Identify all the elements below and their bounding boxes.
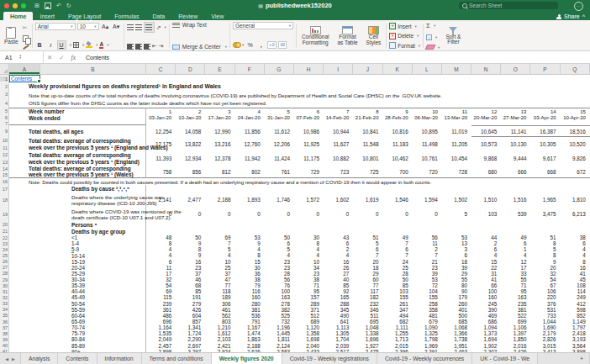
cell-value[interactable]: 6 — [294, 108, 324, 114]
cell-value[interactable]: 358 — [413, 307, 442, 313]
cell-value[interactable]: 1,965 — [530, 193, 560, 207]
cell-value[interactable]: 46 — [176, 277, 205, 282]
cell-value[interactable]: 44 — [471, 235, 501, 240]
cell-value[interactable]: 1,951 — [442, 343, 471, 349]
cell-value[interactable]: 116 — [235, 288, 265, 294]
cell-value[interactable]: 10,520 — [561, 137, 590, 151]
cell-value[interactable]: 95 — [501, 288, 530, 294]
row-header-33[interactable]: 33 — [0, 301, 8, 306]
cell-label[interactable]: 25-29 — [9, 271, 146, 277]
cell-value[interactable]: 6 — [146, 259, 176, 265]
cell-value[interactable]: 2,015 — [383, 343, 413, 349]
cell-value[interactable]: 10 — [294, 259, 324, 265]
cell-value[interactable]: 21 — [413, 259, 442, 265]
row-header-24[interactable]: 24 — [0, 247, 8, 252]
cell-value[interactable]: 47 — [205, 277, 234, 282]
cell-value[interactable]: 2,188 — [205, 193, 234, 207]
cell-value[interactable]: 9 — [235, 240, 265, 246]
cell-value[interactable]: 79 — [235, 282, 265, 288]
cell-value[interactable]: 27-Mar-20 — [501, 114, 530, 121]
insert-cells-button[interactable]: + Insert▾ — [389, 22, 420, 30]
row-header-37[interactable]: 37 — [0, 325, 8, 330]
cell-value[interactable]: 1,445 — [265, 330, 294, 336]
cell-value[interactable]: 461 — [205, 307, 234, 313]
row-header-15[interactable]: 15 — [0, 172, 8, 177]
cell-value[interactable]: 45 — [561, 277, 590, 282]
add-sheet-button[interactable]: + — [574, 353, 590, 364]
cell-label[interactable]: 50-54 — [9, 301, 146, 307]
cell-value[interactable]: 539 — [501, 207, 530, 221]
cell-value[interactable]: 7 — [383, 252, 413, 258]
cell-value[interactable]: 8 — [294, 240, 324, 246]
comma-style-button[interactable]: , — [256, 40, 266, 50]
font-color-icon[interactable]: A — [99, 42, 103, 49]
cell-value[interactable]: 2,016 — [501, 343, 530, 349]
cell-value[interactable]: 641 — [324, 319, 353, 324]
ribbon-tab-view[interactable]: View — [204, 12, 230, 20]
sheet-tab-uk-covid-19-we[interactable]: UK - Covid-19 - We — [472, 353, 538, 364]
cell-value[interactable]: 685 — [442, 319, 471, 324]
cell-value[interactable]: 8 — [530, 240, 560, 246]
cell-value[interactable]: 1,210 — [205, 324, 234, 330]
cell-value[interactable]: 0 — [176, 207, 205, 221]
cell-value[interactable]: 69 — [205, 235, 234, 240]
cell-value[interactable]: 10,841 — [353, 125, 382, 137]
share-button[interactable]: Share — [564, 13, 580, 19]
save-icon[interactable] — [45, 3, 51, 9]
cell-value[interactable]: 10,895 — [413, 125, 442, 137]
align-bottom-button[interactable] — [144, 22, 155, 33]
minimize-window-button[interactable] — [13, 3, 18, 8]
cell-value[interactable]: 791 — [235, 319, 265, 324]
cell-value[interactable]: 18 — [353, 265, 382, 271]
cell-value[interactable]: 51 — [353, 235, 382, 240]
cell-value[interactable]: 1,325 — [413, 330, 442, 336]
cell-value[interactable]: 6 — [501, 240, 530, 246]
cell-value[interactable]: 1,164 — [146, 324, 176, 330]
cell-value[interactable]: 725 — [353, 166, 382, 178]
sort-filter-button[interactable]: Sort &Filter — [443, 27, 463, 45]
cell-value[interactable]: 24 — [383, 259, 413, 265]
cell-label[interactable]: Weekly provisional figures on deaths reg… — [9, 82, 146, 90]
cell-value[interactable]: 22 — [471, 265, 501, 271]
cell-value[interactable]: 155 — [383, 294, 413, 300]
cell-value[interactable]: 9,868 — [471, 151, 501, 166]
cell-value[interactable]: 1,167 — [235, 324, 265, 330]
cell-value[interactable]: 1,366 — [442, 330, 471, 336]
cell-value[interactable]: 40 — [324, 277, 353, 282]
cell-value[interactable]: 1,594 — [413, 193, 442, 207]
row-header-1[interactable]: 1 — [0, 76, 8, 82]
cell-value[interactable]: 0 — [265, 207, 294, 221]
cell-value[interactable]: 261 — [383, 301, 413, 307]
select-all-corner[interactable] — [0, 64, 9, 74]
cell-value[interactable]: 1,810 — [561, 193, 590, 207]
cell-value[interactable]: 17 — [501, 265, 530, 271]
cell-value[interactable]: 4 — [205, 252, 234, 258]
cell-value[interactable]: 2,049 — [146, 336, 176, 342]
cell-value[interactable]: 10,462 — [383, 151, 413, 166]
cell-value[interactable]: 12,990 — [205, 125, 234, 137]
cell-value[interactable]: 1,893 — [235, 193, 265, 207]
cell-value[interactable]: 38 — [294, 277, 324, 282]
decrease-decimal-button[interactable]: .00 — [278, 41, 287, 49]
column-header-D[interactable]: D — [176, 64, 205, 74]
cell-value[interactable]: 486 — [146, 313, 176, 319]
undo-icon[interactable]: ↶ — [56, 3, 61, 9]
column-header-Q[interactable]: Q — [561, 64, 590, 74]
cell-value[interactable]: 1,048 — [353, 324, 382, 330]
cell-value[interactable]: 15 — [471, 259, 501, 265]
cell-value[interactable]: 381 — [501, 307, 530, 313]
copy-icon[interactable] — [23, 35, 29, 42]
cell-value[interactable]: 1,094 — [471, 324, 501, 330]
cell-value[interactable]: 51 — [530, 235, 560, 240]
cell-value[interactable]: 179 — [442, 294, 471, 300]
cell-value[interactable]: 49 — [501, 235, 530, 240]
column-header-H[interactable]: H — [294, 64, 324, 74]
cell-value[interactable]: 1,572 — [294, 193, 324, 207]
cell-value[interactable]: 481 — [413, 313, 442, 319]
cell-value[interactable]: 34 — [294, 265, 324, 271]
cell-value[interactable]: 1,305 — [324, 330, 353, 336]
cell-value[interactable]: 100 — [265, 288, 294, 294]
cell-value[interactable]: 1,863 — [235, 336, 265, 342]
sheet-tab-covid-19-weekly-occurrences[interactable]: Covid-19 - Weekly occurrences — [377, 353, 472, 364]
cell-value[interactable]: 17 — [146, 271, 176, 277]
